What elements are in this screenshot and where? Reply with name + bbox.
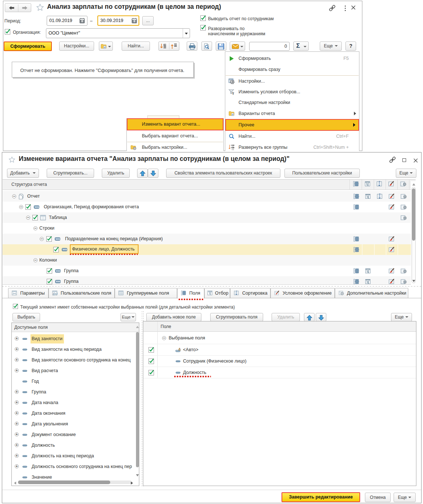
svg-text:T: T [232, 92, 234, 96]
svg-text:f(x): f(x) [53, 292, 57, 295]
svg-text:A: A [179, 347, 181, 351]
